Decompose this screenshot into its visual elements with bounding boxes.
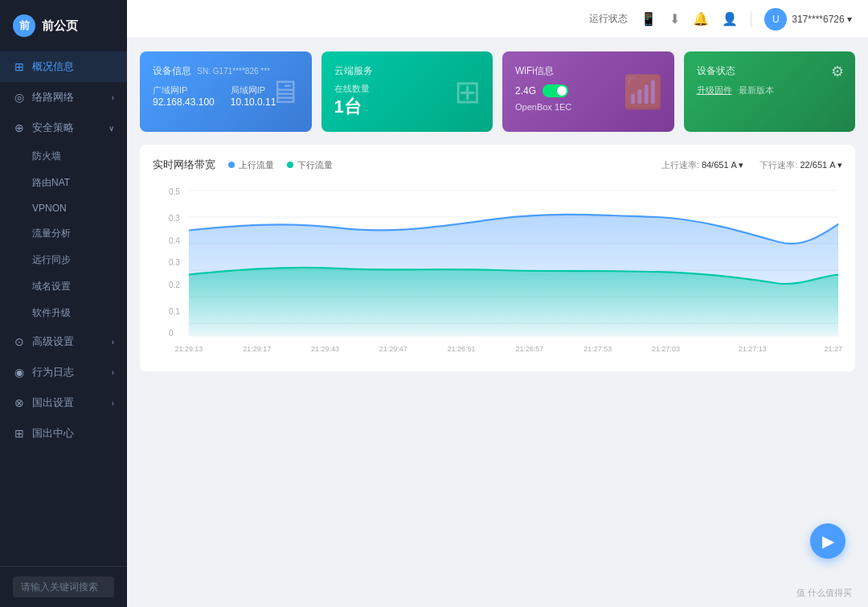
upload-stat-label: 上行速率: 84/651 A ▾	[661, 159, 744, 171]
sidebar-item-domain[interactable]: 域名设置	[0, 273, 127, 300]
main-area: 运行状态 📱 ⬇ 🔔 👤 U 317****6726 ▾ 设备信息 SN: G1…	[127, 0, 868, 607]
sidebar-item-label: 高级设置	[32, 334, 74, 349]
log-icon: ◉	[13, 366, 26, 379]
overview-icon: ⊞	[13, 60, 26, 73]
download-icon[interactable]: ⬇	[669, 11, 680, 27]
logo-area: 前 前公页	[0, 0, 127, 51]
card-title: 设备状态	[697, 64, 843, 78]
sidebar-item-firewall[interactable]: 防火墙	[0, 143, 127, 170]
avatar: U	[764, 8, 787, 31]
chart-title-area: 实时网络带宽 上行流量 下行流量	[153, 158, 333, 172]
download-stat-value: 22/651 A ▾	[800, 160, 843, 170]
sidebar-footer	[0, 566, 127, 607]
sidebar-subitem-label: 防火墙	[32, 150, 61, 163]
legend-download-label: 下行流量	[297, 159, 333, 171]
sidebar-item-label: 络路网络	[32, 90, 74, 105]
sidebar-item-system[interactable]: ⊗ 国出设置 ›	[0, 388, 127, 418]
cloud-service-card: 云端服务 在线数量 1台 ⊞	[321, 51, 493, 132]
device-info-card: 设备信息 SN: G171****826 *** 广域网IP 92.168.43…	[140, 51, 312, 132]
user-circle-icon[interactable]: 👤	[722, 11, 738, 27]
chart-stats: 上行速率: 84/651 A ▾ 下行速率: 22/651 A ▾	[661, 159, 842, 171]
svg-text:21:29:13: 21:29:13	[174, 344, 203, 354]
sidebar-item-network[interactable]: ◎ 络路网络 ›	[0, 82, 127, 113]
router-icon: 🖥	[268, 74, 301, 110]
user-name: 317****6726 ▾	[792, 14, 852, 25]
status-text: 运行状态	[589, 12, 628, 26]
upload-stat-value: 84/651 A ▾	[702, 160, 744, 170]
legend-upload-label: 上行流量	[239, 159, 274, 171]
sidebar-item-bandwidth[interactable]: 流量分析	[0, 220, 127, 247]
svg-text:0: 0	[169, 328, 174, 338]
user-menu[interactable]: U 317****6726 ▾	[764, 8, 852, 31]
sidebar-item-vpn[interactable]: VPNON	[0, 196, 127, 220]
chevron-icon: ›	[112, 368, 114, 377]
svg-text:21:26:57: 21:26:57	[515, 344, 543, 354]
chevron-icon: ›	[112, 93, 114, 102]
sidebar-item-log[interactable]: ◉ 行为日志 ›	[0, 357, 127, 388]
upgrade-link[interactable]: 升级固件	[697, 84, 732, 96]
wan-ip-label: 广域网IP	[153, 84, 215, 96]
svg-text:21:27:17: 21:27:17	[825, 344, 842, 354]
help-icon: ⊞	[13, 427, 26, 440]
sidebar-item-overview[interactable]: ⊞ 概况信息	[0, 51, 127, 82]
chart-header: 实时网络带宽 上行流量 下行流量 上行速率: 84/651 A ▾	[153, 158, 842, 172]
svg-text:0.2: 0.2	[169, 280, 180, 290]
advanced-icon: ⊙	[13, 335, 26, 348]
app-name: 前公页	[42, 18, 78, 34]
chart-container: 0.5 0.3 0.4 0.3 0.2 0.1 0	[153, 182, 842, 359]
settings-icon[interactable]: ⚙	[831, 63, 844, 80]
sidebar-item-label: 国出设置	[32, 396, 74, 410]
legend-dot-download	[287, 162, 293, 168]
logo-icon: 前	[13, 14, 35, 37]
sidebar-item-label: 国出中心	[32, 426, 74, 441]
svg-text:21:27:53: 21:27:53	[583, 344, 612, 354]
search-input[interactable]	[13, 576, 114, 597]
svg-text:0.3: 0.3	[169, 213, 180, 224]
sidebar-item-help[interactable]: ⊞ 国出中心	[0, 418, 127, 449]
chevron-icon: ›	[112, 338, 114, 347]
sidebar-item-security[interactable]: ⊕ 安全策略 ∨	[0, 113, 127, 143]
svg-text:21:26:51: 21:26:51	[448, 344, 476, 354]
sidebar-item-sync[interactable]: 远行同步	[0, 247, 127, 273]
security-icon: ⊕	[13, 121, 26, 134]
sidebar-subitem-label: 路由NAT	[32, 176, 70, 190]
bell-icon[interactable]: 🔔	[693, 11, 709, 27]
device-status-card: 设备状态 升级固件 最新版本 ⚙	[684, 51, 856, 132]
sidebar-item-advanced[interactable]: ⊙ 高级设置 ›	[0, 326, 127, 357]
watermark: 值 什么值得买	[796, 587, 852, 599]
sidebar-subitem-label: 域名设置	[32, 280, 71, 293]
wan-ip-value: 92.168.43.100	[153, 96, 215, 108]
sidebar-item-upgrade[interactable]: 软件升级	[0, 300, 127, 326]
svg-text:21:29:43: 21:29:43	[311, 344, 339, 354]
version-label: 最新版本	[739, 84, 774, 96]
legend-upload: 上行流量	[228, 159, 274, 171]
sidebar-subitem-label: 流量分析	[32, 227, 71, 240]
sidebar-item-label: 安全策略	[32, 121, 74, 135]
svg-text:0.1: 0.1	[169, 306, 180, 317]
sidebar-item-label: 概况信息	[32, 59, 74, 74]
sidebar: 前 前公页 ⊞ 概况信息 ◎ 络路网络 › ⊕ 安全策略 ∨ 防火墙 路由NAT…	[0, 0, 127, 607]
tablet-icon[interactable]: 📱	[641, 11, 657, 27]
wan-ip-field: 广域网IP 92.168.43.100	[153, 84, 215, 108]
wifi-toggle[interactable]	[542, 84, 568, 97]
cloud-icon: ⊞	[454, 73, 481, 110]
wifi-band-label: 2.4G	[515, 85, 536, 96]
cards-row: 设备信息 SN: G171****826 *** 广域网IP 92.168.43…	[140, 51, 855, 132]
svg-text:21:29:17: 21:29:17	[243, 344, 271, 354]
svg-text:21:27:03: 21:27:03	[652, 344, 680, 354]
system-icon: ⊗	[13, 396, 26, 409]
legend-download: 下行流量	[287, 159, 333, 171]
chevron-icon: ∨	[108, 124, 114, 133]
download-stat-label: 下行速率: 22/651 A ▾	[760, 159, 842, 171]
header-divider	[751, 11, 751, 27]
svg-text:0.5: 0.5	[169, 187, 180, 197]
chart-title: 实时网络带宽	[153, 158, 215, 172]
sidebar-subitem-label: VPNON	[32, 203, 67, 214]
wifi-card: WiFi信息 2.4G OpenBox 1EC 📶	[502, 51, 674, 132]
sidebar-subitem-label: 软件升级	[32, 306, 71, 320]
chart-section: 实时网络带宽 上行流量 下行流量 上行速率: 84/651 A ▾	[140, 145, 855, 371]
bandwidth-chart: 0.5 0.3 0.4 0.3 0.2 0.1 0	[153, 182, 842, 359]
fab-button[interactable]: ▶	[810, 523, 845, 559]
sidebar-nav: ⊞ 概况信息 ◎ 络路网络 › ⊕ 安全策略 ∨ 防火墙 路由NAT VPNON…	[0, 51, 127, 566]
sidebar-item-nat[interactable]: 路由NAT	[0, 170, 127, 196]
